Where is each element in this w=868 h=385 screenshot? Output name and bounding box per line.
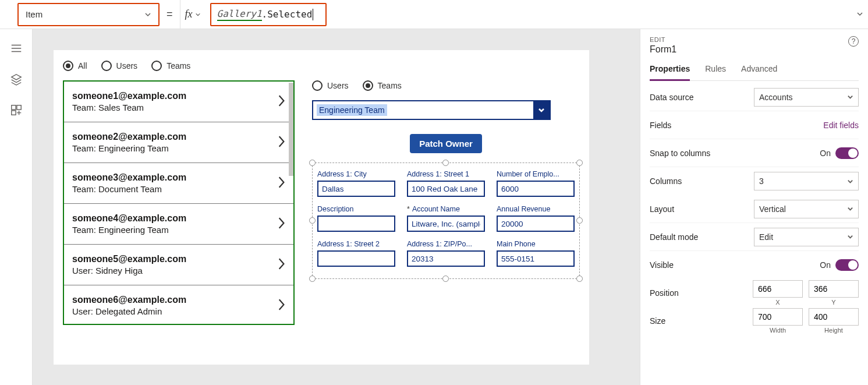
select-data-source[interactable]: Accounts <box>754 88 859 107</box>
row-size: Size Width Height <box>650 307 859 335</box>
help-icon[interactable]: ? <box>848 36 859 47</box>
panel-context-label: EDIT <box>650 36 676 43</box>
formula-token-selected: .Selected <box>262 9 313 20</box>
fx-label: fx <box>185 8 193 20</box>
label-x: X <box>753 299 803 306</box>
toggle-visible-state: On <box>820 260 831 270</box>
formula-bar-spacer[interactable] <box>327 0 868 29</box>
app-screen: All Users Teams someone1@example.comTeam… <box>54 50 589 365</box>
patch-owner-button[interactable]: Patch Owner <box>410 134 482 153</box>
design-canvas[interactable]: All Users Teams someone1@example.comTeam… <box>33 29 640 385</box>
form-field: *Account Name <box>407 205 485 232</box>
select-columns-value: 3 <box>759 176 764 186</box>
fx-group[interactable]: fx <box>180 0 206 29</box>
chevron-right-icon <box>277 94 285 109</box>
form-field-label: Description <box>317 205 395 213</box>
form-field-input[interactable] <box>407 250 485 267</box>
formula-input[interactable]: Gallery1 .Selected <box>210 3 327 26</box>
toggle-snap[interactable] <box>835 147 859 159</box>
form-field-label: *Account Name <box>407 205 485 213</box>
form-field-input[interactable] <box>317 250 395 267</box>
label-layout: Layout <box>650 204 674 214</box>
radio-teams[interactable]: Teams <box>151 61 190 71</box>
select-columns[interactable]: 3 <box>754 172 859 190</box>
tab-advanced[interactable]: Advanced <box>741 59 777 80</box>
gallery1[interactable]: someone1@example.comTeam: Sales Teamsome… <box>63 80 295 325</box>
radio-teams-label: Teams <box>166 61 190 70</box>
toggle-visible[interactable] <box>835 259 859 271</box>
form-field-input[interactable] <box>407 216 485 232</box>
gallery-item[interactable]: someone6@example.comUser: Delegated Admi… <box>64 285 293 325</box>
tab-rules[interactable]: Rules <box>705 59 726 80</box>
tab-properties[interactable]: Properties <box>650 59 690 81</box>
detail-column: Users Teams Engineering Team Patch Owner <box>312 80 580 325</box>
formula-expand-icon[interactable] <box>856 10 863 19</box>
scrollbar-thumb[interactable] <box>289 83 293 176</box>
row-fields: Fields Edit fields <box>650 111 859 139</box>
team-dropdown[interactable]: Engineering Team <box>312 100 551 120</box>
chevron-down-icon <box>847 234 853 240</box>
resize-handle-n[interactable] <box>442 160 449 166</box>
input-position-x[interactable] <box>753 280 803 298</box>
form-field-label: Address 1: Street 2 <box>317 240 395 248</box>
radio-all-label: All <box>78 61 87 70</box>
resize-handle-ne[interactable] <box>576 160 583 166</box>
form-field-input[interactable] <box>317 216 395 232</box>
owner-type-radio-group: Users Teams <box>312 80 580 91</box>
gallery-item-sub: User: Delegated Admin <box>72 306 186 316</box>
chevron-right-icon <box>277 217 285 231</box>
form-field-input[interactable] <box>497 216 575 232</box>
label-snap: Snap to columns <box>650 149 710 158</box>
gallery-item-sub: Team: Engineering Team <box>72 143 186 153</box>
gallery-item-sub: Team: Document Team <box>72 184 186 194</box>
insert-icon[interactable] <box>10 104 23 118</box>
input-position-y[interactable] <box>809 280 859 298</box>
radio-users[interactable]: Users <box>101 61 138 71</box>
form1[interactable]: Address 1: CityAddress 1: Street 1Number… <box>312 163 580 279</box>
gallery-item[interactable]: someone1@example.comTeam: Sales Team <box>64 82 293 122</box>
label-y: Y <box>809 299 859 306</box>
form-field-input[interactable] <box>317 181 395 197</box>
resize-handle-s[interactable] <box>442 275 449 282</box>
gallery-item-sub: Team: Sales Team <box>72 103 186 112</box>
tree-view-icon[interactable] <box>10 42 23 56</box>
resize-handle-se[interactable] <box>576 275 583 282</box>
label-visible: Visible <box>650 260 674 270</box>
input-size-width[interactable] <box>753 308 803 326</box>
form-field: Annual Revenue <box>497 205 575 232</box>
team-dropdown-button[interactable] <box>533 101 550 119</box>
form-field-input[interactable] <box>407 181 485 197</box>
chevron-right-icon <box>277 257 285 272</box>
form-field-input[interactable] <box>497 250 575 267</box>
row-position: Position X Y <box>650 279 859 307</box>
resize-handle-w[interactable] <box>309 217 316 224</box>
resize-handle-e[interactable] <box>576 217 583 224</box>
input-size-height[interactable] <box>809 308 859 326</box>
select-layout[interactable]: Vertical <box>754 200 859 218</box>
select-layout-value: Vertical <box>759 204 786 214</box>
link-edit-fields[interactable]: Edit fields <box>823 121 859 130</box>
gallery-item[interactable]: someone4@example.comTeam: Engineering Te… <box>64 204 293 245</box>
svg-rect-0 <box>11 105 15 110</box>
form-field: Address 1: Street 1 <box>407 170 485 197</box>
radio-all[interactable]: All <box>63 61 87 71</box>
radio-owner-users-label: Users <box>327 81 349 90</box>
property-selector-value: Item <box>26 9 42 19</box>
property-selector[interactable]: Item <box>17 3 160 26</box>
gallery-item[interactable]: someone2@example.comTeam: Engineering Te… <box>64 122 293 163</box>
layers-icon[interactable] <box>10 73 23 87</box>
resize-handle-nw[interactable] <box>309 160 316 166</box>
gallery-item[interactable]: someone3@example.comTeam: Document Team <box>64 163 293 204</box>
row-data-source: Data source Accounts <box>650 83 859 111</box>
panel-object-name: Form1 <box>650 44 676 55</box>
form-field: Description <box>317 205 395 232</box>
radio-owner-teams[interactable]: Teams <box>363 80 402 91</box>
resize-handle-sw[interactable] <box>309 275 316 282</box>
select-data-source-value: Accounts <box>759 93 793 102</box>
chevron-down-icon <box>847 178 853 185</box>
left-nav-rail <box>0 29 33 385</box>
radio-owner-users[interactable]: Users <box>312 80 349 91</box>
select-default-mode[interactable]: Edit <box>754 228 859 246</box>
form-field-input[interactable] <box>497 181 575 197</box>
gallery-item[interactable]: someone5@example.comUser: Sidney Higa <box>64 245 293 285</box>
